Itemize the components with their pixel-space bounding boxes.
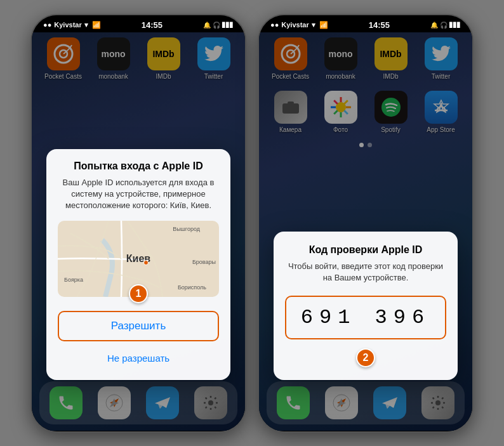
modal-overlay-1: Попытка входа с Apple ID Ваш Apple ID ис… [32, 32, 245, 431]
apple-id-login-modal: Попытка входа с Apple ID Ваш Apple ID ис… [46, 149, 230, 380]
carrier-1: ●● Kyivstar ▾ 📶 [43, 21, 101, 29]
map-vyshgorod: Вышгород [173, 226, 200, 232]
map-dot-1 [143, 260, 149, 265]
time-1: 14:55 [142, 20, 162, 30]
status-bar-1: ●● Kyivstar ▾ 📶 14:55 🔔 🎧 ▊▊▊ [32, 15, 245, 32]
map-container-1: Киев Вышгород Бровары Боярка Борисполь 1 [58, 221, 219, 297]
home-screen-1: Pocket Casts mono monobank IMDb IMDb [32, 32, 245, 431]
status-icons-1: 🔔 🎧 ▊▊▊ [203, 22, 234, 29]
deny-button[interactable]: Не разрешать [58, 348, 219, 369]
step-badge-2: 2 [356, 348, 375, 367]
modal-text-1: Ваш Apple ID используется для входа в си… [58, 177, 219, 212]
main-container: ●● Kyivstar ▾ 📶 14:55 🔔 🎧 ▊▊▊ [0, 0, 504, 446]
step-badge-1: 1 [129, 284, 148, 303]
modal-title-1: Попытка входа с Apple ID [58, 161, 219, 172]
map-boyarka: Боярка [64, 277, 83, 283]
code-modal-text: Чтобы войти, введите этот код проверки н… [285, 261, 446, 284]
apple-id-code-modal: Код проверки Apple ID Чтобы войти, введи… [274, 232, 458, 379]
allow-button[interactable]: Разрешить [58, 311, 219, 341]
phone-1-screen: ●● Kyivstar ▾ 📶 14:55 🔔 🎧 ▊▊▊ [32, 15, 245, 431]
home-screen-2: Pocket Casts mono monobank IMDb IMDb [259, 32, 472, 431]
status-bar-2: ●● Kyivstar ▾ 📶 14:55 🔔 🎧 ▊▊▊ [259, 15, 472, 32]
time-2: 14:55 [369, 20, 390, 30]
status-icons-2: 🔔 🎧 ▊▊▊ [430, 22, 461, 29]
phone-1: ●● Kyivstar ▾ 📶 14:55 🔔 🎧 ▊▊▊ [30, 14, 246, 433]
map-brovary: Бровары [192, 259, 216, 265]
code-modal-title: Код проверки Apple ID [285, 244, 446, 256]
phone-2-screen: ●● Kyivstar ▾ 📶 14:55 🔔 🎧 ▊▊▊ [259, 15, 472, 431]
phone-2: ●● Kyivstar ▾ 📶 14:55 🔔 🎧 ▊▊▊ [258, 14, 474, 433]
carrier-2: ●● Kyivstar ▾ 📶 [270, 21, 328, 29]
map-boryspil: Борисполь [178, 284, 206, 291]
code-modal-overlay: Код проверки Apple ID Чтобы войти, введи… [259, 32, 472, 431]
verification-code: 691 396 [285, 296, 446, 339]
